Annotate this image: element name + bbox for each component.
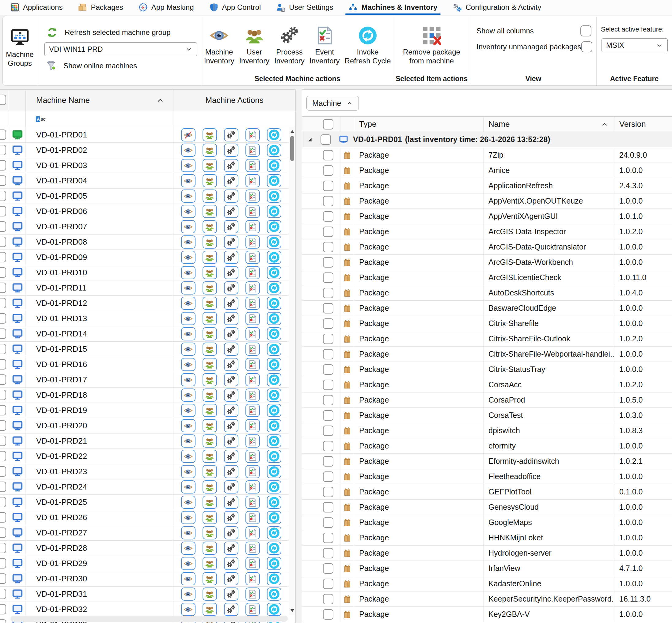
machine-row[interactable]: VD-01-PRD18 [0,388,289,403]
process-inventory-row-button[interactable] [224,144,239,157]
package-checkbox[interactable] [323,364,333,375]
machine-row-checkbox[interactable] [0,328,6,339]
machine-inventory-row-button[interactable] [181,388,196,402]
user-inventory-row-button[interactable] [202,327,217,340]
invoke-refresh-cycle-row-button[interactable] [267,603,281,616]
machine-inventory-row-button[interactable] [181,220,196,233]
package-checkbox[interactable] [323,242,333,252]
user-inventory-row-button[interactable] [202,251,217,264]
package-checkbox[interactable] [323,211,333,221]
machine-row[interactable]: VD-01-PRD07 [0,219,289,235]
active-feature-dropdown[interactable]: MSIX [601,38,668,52]
invoke-refresh-cycle-row-button[interactable] [267,465,281,478]
event-inventory-row-button[interactable] [246,343,260,356]
process-inventory-row-button[interactable] [224,373,239,386]
package-checkbox[interactable] [323,272,333,283]
machine-row-checkbox[interactable] [0,528,6,538]
machine-row[interactable]: VD-01-PRD25 [0,495,289,510]
process-inventory-row-button[interactable] [224,603,239,616]
machine-inventory-row-button[interactable] [181,373,196,386]
scroll-thumb[interactable] [290,136,294,161]
event-inventory-row-button[interactable] [246,266,260,279]
package-row[interactable]: Package Citrix-StatusTray 1.0.0.0 [302,362,672,377]
user-inventory-row-button[interactable] [202,541,217,555]
package-checkbox[interactable] [323,548,333,558]
machine-inventory-row-button[interactable] [181,419,196,432]
process-inventory-row-button[interactable] [224,588,239,601]
package-row[interactable]: Package dpiswitch 1.0.8.3 [302,423,672,438]
machine-row[interactable]: VD-01-PRD30 [0,571,289,587]
package-row[interactable]: Package IrfanView 4.7.1.0 [302,561,672,576]
machine-row[interactable]: VD-01-PRD11 [0,280,289,296]
package-checkbox[interactable] [323,181,333,191]
machine-row-checkbox[interactable] [0,359,6,369]
machine-inventory-row-button[interactable] [181,588,196,601]
invoke-refresh-cycle-row-button[interactable] [267,144,281,157]
machine-row-checkbox[interactable] [0,267,6,278]
event-inventory-row-button[interactable] [246,450,260,463]
machine-row-checkbox[interactable] [0,604,6,615]
user-inventory-row-button[interactable] [202,511,217,524]
event-inventory-row-button[interactable] [246,312,260,325]
package-row[interactable]: Package BaswareCloudEdge 1.0.0.0 [302,301,672,316]
machine-inventory-row-button[interactable] [181,174,196,187]
user-inventory-row-button[interactable] [202,358,217,371]
machine-row-checkbox[interactable] [0,558,6,568]
invoke-refresh-cycle-row-button[interactable] [267,312,281,325]
package-row[interactable]: Package Amice 1.0.0.0 [302,163,672,178]
user-inventory-row-button[interactable] [202,220,217,233]
tab-machines-inventory[interactable]: Machines & Inventory [341,0,445,15]
machine-row-checkbox[interactable] [0,420,6,431]
user-inventory-row-button[interactable] [202,281,217,295]
user-inventory-row-button[interactable] [202,343,217,356]
invoke-refresh-cycle-row-button[interactable] [267,526,281,539]
invoke-refresh-cycle-row-button[interactable] [267,373,281,386]
user-inventory-row-button[interactable] [202,235,217,248]
process-inventory-row-button[interactable] [224,189,239,203]
invoke-refresh-cycle-row-button[interactable] [267,358,281,371]
package-checkbox[interactable] [323,425,333,436]
machine-row[interactable]: VD-01-PRD17 [0,372,289,388]
type-column-header[interactable]: Type [354,117,483,131]
machine-row[interactable]: VD-01-PRD22 [0,449,289,464]
machine-row-checkbox[interactable] [0,573,6,584]
machine-inventory-row-button[interactable] [181,189,196,203]
event-inventory-row-button[interactable] [246,557,260,570]
package-checkbox[interactable] [323,609,333,620]
machine-row-checkbox[interactable] [0,237,6,247]
invoke-refresh-cycle-row-button[interactable] [267,541,281,555]
machine-inventory-row-button[interactable] [181,297,196,310]
user-inventory-row-button[interactable] [202,557,217,570]
event-inventory-row-button[interactable] [246,128,260,142]
package-checkbox[interactable] [323,517,333,528]
process-inventory-row-button[interactable] [224,465,239,478]
machine-row[interactable]: VD-01-PRD23 [0,464,289,479]
package-row[interactable]: Package CorsaTest 1.0.3.0 [302,408,672,423]
process-inventory-row-button[interactable] [224,159,239,172]
event-inventory-row-button[interactable] [246,327,260,340]
machine-row[interactable]: VD-01-PRD26 [0,510,289,525]
machine-inventory-row-button[interactable] [181,404,196,417]
machine-inventory-row-button[interactable] [181,480,196,494]
invoke-refresh-cycle-row-button[interactable] [267,480,281,494]
tab-configuration-activity[interactable]: Configuration & Activity [445,0,549,15]
process-inventory-row-button[interactable] [224,526,239,539]
package-checkbox[interactable] [323,288,333,298]
machine-row[interactable]: VD-01-PRD32 [0,602,289,617]
invoke-refresh-cycle-row-button[interactable] [267,450,281,463]
process-inventory-row-button[interactable] [224,297,239,310]
machine-row-checkbox[interactable] [0,375,6,385]
machine-inventory-row-button[interactable] [181,205,196,218]
machine-inventory-row-button[interactable] [181,435,196,448]
package-checkbox[interactable] [323,318,333,329]
package-row[interactable]: Package GoogleMaps 1.0.0.0 [302,515,672,530]
event-inventory-row-button[interactable] [246,419,260,432]
invoke-refresh-cycle-row-button[interactable] [267,174,281,187]
machine-row-checkbox[interactable] [0,512,6,523]
name-column-header[interactable]: Name [483,117,614,131]
package-checkbox[interactable] [323,380,333,390]
package-row[interactable]: Package ArcGIS-Data-Workbench 1.0.0.0 [302,255,672,270]
event-inventory-row-button[interactable] [246,297,260,310]
machine-row[interactable]: VD-01-PRD06 [0,204,289,219]
package-checkbox[interactable] [323,456,333,467]
